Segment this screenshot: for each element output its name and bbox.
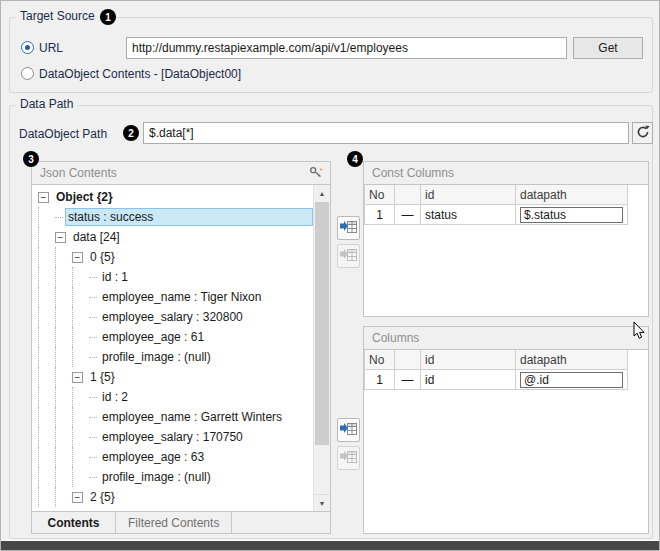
scrollbar-thumb[interactable]: [315, 202, 329, 445]
datapath-editor[interactable]: @.id: [520, 372, 623, 388]
tree-guide-line: [38, 467, 55, 487]
tree-node-label[interactable]: id : 1: [99, 268, 131, 286]
tree-node-label[interactable]: status : success: [65, 208, 313, 226]
tree-node[interactable]: employee_age : 61: [32, 327, 313, 347]
tree-guide-line: [38, 227, 55, 247]
collapse-icon[interactable]: −: [55, 232, 66, 243]
tree-guide-line: [55, 447, 72, 467]
tree-node[interactable]: id : 1: [32, 267, 313, 287]
grid-cell[interactable]: status: [421, 205, 516, 225]
get-button[interactable]: Get: [573, 37, 643, 59]
grid-cell[interactable]: 1: [365, 370, 395, 390]
collapse-icon[interactable]: −: [72, 492, 83, 503]
tree-node[interactable]: profile_image : (null): [32, 467, 313, 487]
column-header[interactable]: datapath: [516, 350, 628, 370]
tree-node[interactable]: status : success: [32, 207, 313, 227]
url-radio-label[interactable]: URL: [39, 41, 63, 55]
tree-node[interactable]: −2 {5}: [32, 487, 313, 507]
tree-node-label[interactable]: profile_image : (null): [99, 348, 214, 366]
tree-connector: [89, 297, 97, 298]
tree-node[interactable]: employee_age : 63: [32, 447, 313, 467]
scroll-down-icon[interactable]: ▼: [314, 494, 330, 511]
column-header[interactable]: id: [421, 350, 516, 370]
tree-node[interactable]: employee_name : Garrett Winters: [32, 407, 313, 427]
column-header[interactable]: datapath: [516, 185, 628, 205]
dataobject-radio-label[interactable]: DataObject Contents - [DataObject00]: [39, 67, 241, 81]
column-header[interactable]: No: [365, 185, 395, 205]
tree-guide-line: [55, 467, 72, 487]
grid-cell[interactable]: —: [395, 205, 421, 225]
step-badge-1: 1: [100, 9, 116, 25]
tab-contents[interactable]: Contents: [32, 512, 116, 533]
tree-node-label[interactable]: profile_image : (null): [99, 468, 214, 486]
tree-node[interactable]: id : 2: [32, 387, 313, 407]
column-header[interactable]: [395, 350, 421, 370]
remove-const-column-button[interactable]: [337, 244, 360, 268]
url-radio[interactable]: [21, 41, 34, 54]
add-const-column-button[interactable]: [337, 216, 360, 240]
grid-cell[interactable]: $.status: [516, 205, 628, 225]
scroll-up-icon[interactable]: ▲: [314, 185, 330, 202]
tree-node-label[interactable]: id : 2: [99, 388, 131, 406]
tree-guide-line: [38, 427, 55, 447]
const-columns-grid: Noiddatapath1—status$.status: [364, 185, 629, 225]
tree-connector: [89, 337, 97, 338]
step-badge-3: 3: [23, 151, 39, 167]
grid-cell[interactable]: id: [421, 370, 516, 390]
grid-cell[interactable]: @.id: [516, 370, 628, 390]
columns-body: Noiddatapath1—id@.id: [364, 349, 648, 533]
target-source-title: Target Source: [16, 9, 99, 23]
collapse-icon[interactable]: −: [72, 372, 83, 383]
add-column-button[interactable]: [337, 418, 360, 442]
tree-node-label[interactable]: employee_salary : 320800: [99, 308, 246, 326]
datapath-editor[interactable]: $.status: [520, 207, 623, 223]
tree-node-label[interactable]: 1 {5}: [87, 368, 118, 386]
column-header[interactable]: [395, 185, 421, 205]
dataobject-path-input[interactable]: [143, 122, 629, 144]
tree-node[interactable]: −1 {5}: [32, 367, 313, 387]
tab-filtered-contents[interactable]: Filtered Contents: [116, 512, 232, 533]
tree-guide-line: [72, 327, 89, 347]
collapse-icon[interactable]: −: [72, 252, 83, 263]
tree-node-label[interactable]: employee_salary : 170750: [99, 428, 246, 446]
tree-node-label[interactable]: 0 {5}: [87, 248, 118, 266]
tree-guide-line: [38, 287, 55, 307]
tree-node[interactable]: employee_name : Tiger Nixon: [32, 287, 313, 307]
tree-node[interactable]: −data [24]: [32, 227, 313, 247]
tree-node[interactable]: employee_salary : 320800: [32, 307, 313, 327]
tree-connector: [55, 217, 63, 218]
grid-cell[interactable]: 1: [365, 205, 395, 225]
collapse-icon[interactable]: −: [38, 192, 49, 203]
tree-node-label[interactable]: employee_name : Garrett Winters: [99, 408, 285, 426]
tree-guide-line: [55, 287, 72, 307]
refresh-button[interactable]: [632, 122, 653, 144]
tree-node[interactable]: −0 {5}: [32, 247, 313, 267]
tree-guide-line: [38, 207, 55, 227]
tree-node[interactable]: employee_salary : 170750: [32, 427, 313, 447]
tree-node[interactable]: profile_image : (null): [32, 347, 313, 367]
tree-connector: [89, 317, 97, 318]
key-filter-icon[interactable]: [309, 166, 324, 182]
tree-guide-line: [38, 327, 55, 347]
tree-guide-line: [38, 267, 55, 287]
tree-node-label[interactable]: employee_age : 61: [99, 328, 207, 346]
remove-column-button[interactable]: [337, 446, 360, 470]
tree-guide-line: [38, 247, 55, 267]
json-contents-title: Json Contents: [40, 166, 117, 180]
columns-title: Columns: [372, 331, 419, 345]
const-columns-panel: Const Columns Noiddatapath1—status$.stat…: [363, 161, 649, 317]
grid-cell[interactable]: —: [395, 370, 421, 390]
tree-node-label[interactable]: employee_age : 63: [99, 448, 207, 466]
url-input[interactable]: [126, 37, 567, 59]
tree-node-label[interactable]: Object {2}: [53, 188, 116, 206]
column-header[interactable]: No: [365, 350, 395, 370]
tree-node[interactable]: −Object {2}: [32, 187, 313, 207]
dataobject-radio[interactable]: [21, 67, 34, 80]
tree-node-label[interactable]: data [24]: [70, 228, 123, 246]
tree-guide-line: [72, 307, 89, 327]
tree-scrollbar[interactable]: ▲ ▼: [313, 185, 330, 511]
column-header[interactable]: id: [421, 185, 516, 205]
tree-node-label[interactable]: employee_name : Tiger Nixon: [99, 288, 264, 306]
window-bottom-edge: [1, 540, 659, 550]
tree-node-label[interactable]: 2 {5}: [87, 488, 118, 506]
